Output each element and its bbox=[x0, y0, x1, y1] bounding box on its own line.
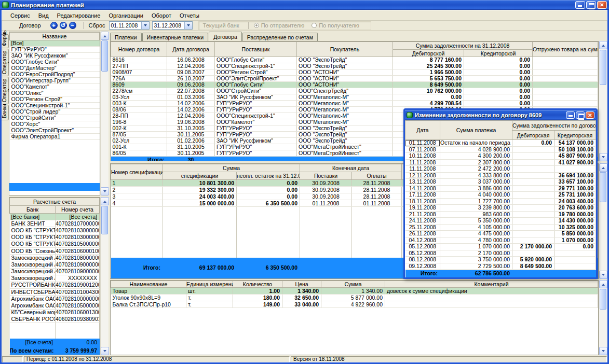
cell[interactable]: 30.11.2005 bbox=[167, 150, 215, 157]
cell[interactable]: 0.00 bbox=[464, 82, 533, 88]
cell[interactable]: 45 807 900.00 bbox=[554, 153, 596, 160]
cell[interactable]: ООО"СтройСити" bbox=[10, 115, 100, 121]
dialog-minimize-button[interactable] bbox=[566, 111, 575, 119]
cell[interactable]: ГУП"УРиРУО" bbox=[215, 107, 297, 113]
organization-row[interactable]: ООО"ЭлитСтройПроект" bbox=[10, 128, 100, 134]
cell[interactable] bbox=[554, 166, 596, 173]
payment-row[interactable]: 26.11.20084 475 000.005 850 000.00 bbox=[405, 231, 596, 237]
cell[interactable]: 983 600.00 bbox=[440, 211, 512, 218]
cell[interactable]: 27-ПП bbox=[111, 63, 167, 69]
payment-row[interactable]: 21.11.2008983 600.0019 780 000.00 bbox=[405, 211, 596, 218]
account-row[interactable]: ИНВЕСТСБЕРБАНК40702810100430000133 bbox=[10, 289, 100, 296]
goods-row[interactable]: Уголок 90х90х8L=9т.180.0032 650.005 877 … bbox=[111, 295, 598, 301]
cell[interactable]: 33 040.00 bbox=[282, 301, 321, 308]
cell[interactable]: 40702810600130000002 bbox=[56, 309, 100, 316]
cell[interactable]: 2 307 800.00 bbox=[440, 159, 512, 166]
cell[interactable] bbox=[512, 185, 554, 192]
cell[interactable]: 40702810500000004599 bbox=[56, 302, 100, 309]
scrollbar-thumb[interactable] bbox=[101, 206, 108, 234]
cell[interactable] bbox=[512, 250, 554, 257]
cell[interactable]: 0.00 bbox=[237, 180, 300, 187]
cell[interactable] bbox=[512, 153, 554, 160]
cell[interactable]: ГУП"УРиРУО" bbox=[215, 132, 297, 138]
payment-date-header[interactable]: Оплаты bbox=[352, 172, 402, 180]
cell[interactable] bbox=[533, 57, 598, 63]
cell[interactable]: 04.12.2008 bbox=[405, 237, 440, 244]
menu-item-organizations[interactable]: Организации bbox=[104, 11, 147, 20]
account-row[interactable]: РУССТРОЙБАНК40702810900120012891 bbox=[10, 282, 100, 288]
debit-header[interactable]: Дебиторской bbox=[393, 50, 464, 57]
cell[interactable]: ООО"Глобус Сити" bbox=[10, 59, 100, 65]
cell[interactable]: ООО"СтройСити" bbox=[215, 88, 297, 94]
organization-row[interactable]: ООО"Глобус Сити" bbox=[10, 59, 100, 65]
quantity-header[interactable]: Количество bbox=[233, 281, 282, 288]
cell[interactable]: ООО "АСТОНИ" bbox=[297, 69, 393, 76]
cell[interactable]: 5 850 000.00 bbox=[554, 231, 596, 237]
cell[interactable]: ГУП"УРиРУО" bbox=[215, 101, 297, 107]
delivery-date-header[interactable]: Поставки bbox=[300, 172, 352, 180]
cell[interactable]: ООО"Мегаполис-М" bbox=[297, 113, 393, 119]
organization-row[interactable]: ООО"Камелот" bbox=[10, 84, 100, 90]
cell[interactable]: 19 332 300.00 bbox=[163, 187, 237, 193]
cell[interactable]: ООО"Специнжстрой-1" bbox=[215, 63, 297, 69]
cell[interactable]: [Все счета] bbox=[56, 214, 100, 220]
cell[interactable]: 50 108 100.00 bbox=[554, 146, 596, 153]
cell[interactable]: ГУП"УРиРУО" bbox=[215, 150, 297, 157]
contract-row[interactable]: 861616.06.2008ООО"Глобус Сити"ООО "Экспо… bbox=[111, 57, 598, 63]
contract-row[interactable]: 27-ПП12.04.2006ООО"Специнжстрой-1"ООО "Э… bbox=[111, 63, 598, 69]
payment-row[interactable]: 11.11.20082 472 200.00 bbox=[405, 166, 596, 173]
cell[interactable]: ООО КБ "СТРУКТУРА" bbox=[10, 227, 56, 234]
cell[interactable]: 1 070 000.00 bbox=[554, 237, 596, 244]
chevron-down-icon[interactable] bbox=[184, 22, 192, 29]
cell[interactable]: 4 028 900.00 bbox=[440, 146, 512, 153]
cell[interactable] bbox=[533, 88, 598, 94]
cell[interactable]: 0.00 bbox=[464, 76, 533, 82]
cell[interactable]: ООО"ЕвроСтройПодряд" bbox=[10, 72, 100, 78]
cell[interactable]: 21.11.2008 bbox=[405, 211, 440, 218]
cell[interactable]: 0.00 bbox=[464, 94, 533, 101]
cell[interactable]: 3 239 800.00 bbox=[440, 205, 512, 212]
organization-row[interactable]: ООО"Строй лидер" bbox=[10, 109, 100, 115]
cell[interactable]: 4 040 000.00 bbox=[440, 192, 512, 199]
cell[interactable]: 87/05 bbox=[111, 132, 167, 138]
cell[interactable]: ООО "АСТОНИ" bbox=[297, 82, 393, 88]
cell[interactable]: Фирма Оператора1 bbox=[10, 134, 100, 140]
cell[interactable]: 5 920 000.00 bbox=[512, 257, 554, 263]
cell[interactable]: 09.06.2008 bbox=[167, 82, 215, 88]
cell[interactable]: 40702810900120012891 bbox=[56, 282, 100, 288]
cell[interactable]: ЗАО "ИК Руссфинком" bbox=[215, 94, 297, 101]
cell[interactable]: шт. bbox=[186, 288, 233, 295]
dialog-debit-header[interactable]: Дебиторская bbox=[512, 131, 554, 140]
cell[interactable]: КБ"Северный морской bbox=[10, 309, 56, 316]
cell[interactable]: 40702810700000007605 bbox=[56, 220, 100, 227]
credit-header[interactable]: Кредиторской bbox=[464, 50, 533, 57]
cell[interactable]: 30.09.2008 bbox=[300, 193, 352, 200]
cell[interactable] bbox=[554, 250, 596, 257]
cell[interactable]: 12.04.2006 bbox=[167, 63, 215, 69]
scrollbar-thumb[interactable] bbox=[600, 172, 606, 202]
goods-scrollbar[interactable] bbox=[599, 280, 607, 355]
payment-row[interactable]: 18.11.20081 727 700.0024 003 400.00 bbox=[405, 198, 596, 205]
cell[interactable]: 25 245 300.00 bbox=[393, 63, 464, 69]
cell[interactable] bbox=[512, 224, 554, 231]
contract-row[interactable]: 03-Усл01.03.2006ЗАО "ИК Руссфинком"ООО"М… bbox=[111, 94, 598, 101]
account-row[interactable]: ООО КБ "СТРУКТУРА"40702810300000001089 bbox=[10, 227, 100, 234]
cell[interactable]: Замоскворецкий АКБ bbox=[10, 275, 56, 282]
cell[interactable]: 5 877 000.00 bbox=[321, 295, 385, 301]
cell[interactable]: 30.09.2008 bbox=[300, 187, 352, 193]
cell[interactable]: ООО"Регион Строй" bbox=[215, 69, 297, 76]
cell[interactable] bbox=[512, 159, 554, 166]
cell[interactable]: 726А bbox=[111, 76, 167, 82]
cell[interactable] bbox=[512, 211, 554, 218]
cell[interactable]: 3 886 000.00 bbox=[440, 185, 512, 192]
cell[interactable]: 1 340.00 bbox=[282, 288, 321, 295]
cell[interactable]: 26.11.2008 bbox=[405, 231, 440, 237]
cell[interactable]: 18.11.2008 bbox=[405, 198, 440, 205]
account-row[interactable]: ООО КБ "СТРУКТУРА"40702810500000001096 bbox=[10, 241, 100, 247]
cell[interactable]: 11.11.2008 bbox=[405, 159, 440, 166]
reset-button[interactable]: Сброс bbox=[89, 22, 105, 29]
org-list-scrollbar[interactable] bbox=[100, 32, 109, 195]
cell[interactable]: 2 729 500.00 bbox=[440, 263, 512, 270]
scroll-down-button[interactable] bbox=[599, 271, 607, 279]
cell[interactable]: ИНВЕСТСБЕРБАНК bbox=[10, 289, 56, 296]
